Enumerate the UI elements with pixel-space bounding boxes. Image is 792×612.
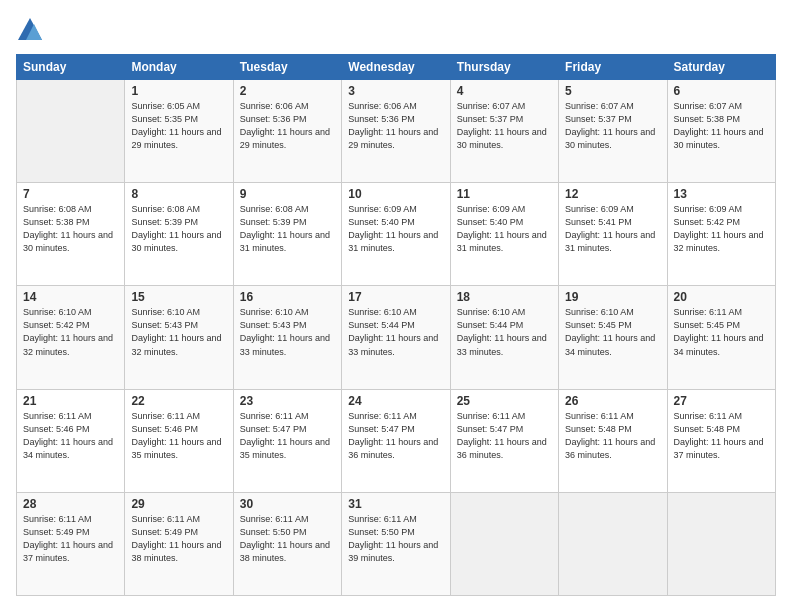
day-number: 21 xyxy=(23,394,118,408)
day-number: 5 xyxy=(565,84,660,98)
day-info: Sunrise: 6:10 AMSunset: 5:44 PMDaylight:… xyxy=(348,306,443,358)
calendar-cell xyxy=(667,492,775,595)
day-number: 16 xyxy=(240,290,335,304)
day-info: Sunrise: 6:10 AMSunset: 5:44 PMDaylight:… xyxy=(457,306,552,358)
day-info: Sunrise: 6:11 AMSunset: 5:49 PMDaylight:… xyxy=(131,513,226,565)
day-number: 28 xyxy=(23,497,118,511)
page: SundayMondayTuesdayWednesdayThursdayFrid… xyxy=(0,0,792,612)
day-number: 22 xyxy=(131,394,226,408)
day-number: 6 xyxy=(674,84,769,98)
day-info: Sunrise: 6:10 AMSunset: 5:42 PMDaylight:… xyxy=(23,306,118,358)
day-number: 9 xyxy=(240,187,335,201)
day-info: Sunrise: 6:11 AMSunset: 5:47 PMDaylight:… xyxy=(457,410,552,462)
calendar-cell: 30 Sunrise: 6:11 AMSunset: 5:50 PMDaylig… xyxy=(233,492,341,595)
day-number: 14 xyxy=(23,290,118,304)
day-info: Sunrise: 6:09 AMSunset: 5:41 PMDaylight:… xyxy=(565,203,660,255)
weekday-header-wednesday: Wednesday xyxy=(342,55,450,80)
day-info: Sunrise: 6:11 AMSunset: 5:46 PMDaylight:… xyxy=(131,410,226,462)
calendar-cell: 8 Sunrise: 6:08 AMSunset: 5:39 PMDayligh… xyxy=(125,183,233,286)
day-number: 24 xyxy=(348,394,443,408)
calendar-cell: 25 Sunrise: 6:11 AMSunset: 5:47 PMDaylig… xyxy=(450,389,558,492)
day-number: 2 xyxy=(240,84,335,98)
day-number: 27 xyxy=(674,394,769,408)
calendar-cell: 27 Sunrise: 6:11 AMSunset: 5:48 PMDaylig… xyxy=(667,389,775,492)
weekday-header-thursday: Thursday xyxy=(450,55,558,80)
calendar-cell: 9 Sunrise: 6:08 AMSunset: 5:39 PMDayligh… xyxy=(233,183,341,286)
day-info: Sunrise: 6:07 AMSunset: 5:37 PMDaylight:… xyxy=(457,100,552,152)
calendar-cell: 10 Sunrise: 6:09 AMSunset: 5:40 PMDaylig… xyxy=(342,183,450,286)
weekday-header-friday: Friday xyxy=(559,55,667,80)
day-number: 1 xyxy=(131,84,226,98)
day-info: Sunrise: 6:05 AMSunset: 5:35 PMDaylight:… xyxy=(131,100,226,152)
day-info: Sunrise: 6:10 AMSunset: 5:43 PMDaylight:… xyxy=(131,306,226,358)
day-number: 7 xyxy=(23,187,118,201)
day-number: 13 xyxy=(674,187,769,201)
calendar-cell: 7 Sunrise: 6:08 AMSunset: 5:38 PMDayligh… xyxy=(17,183,125,286)
day-number: 11 xyxy=(457,187,552,201)
day-info: Sunrise: 6:06 AMSunset: 5:36 PMDaylight:… xyxy=(240,100,335,152)
calendar-cell: 17 Sunrise: 6:10 AMSunset: 5:44 PMDaylig… xyxy=(342,286,450,389)
header xyxy=(16,16,776,44)
calendar-cell: 19 Sunrise: 6:10 AMSunset: 5:45 PMDaylig… xyxy=(559,286,667,389)
day-number: 17 xyxy=(348,290,443,304)
calendar-week-1: 1 Sunrise: 6:05 AMSunset: 5:35 PMDayligh… xyxy=(17,80,776,183)
calendar-cell: 4 Sunrise: 6:07 AMSunset: 5:37 PMDayligh… xyxy=(450,80,558,183)
day-number: 20 xyxy=(674,290,769,304)
logo xyxy=(16,16,48,44)
calendar-cell: 31 Sunrise: 6:11 AMSunset: 5:50 PMDaylig… xyxy=(342,492,450,595)
calendar-cell: 11 Sunrise: 6:09 AMSunset: 5:40 PMDaylig… xyxy=(450,183,558,286)
day-info: Sunrise: 6:07 AMSunset: 5:38 PMDaylight:… xyxy=(674,100,769,152)
calendar-cell: 12 Sunrise: 6:09 AMSunset: 5:41 PMDaylig… xyxy=(559,183,667,286)
day-number: 25 xyxy=(457,394,552,408)
weekday-header-sunday: Sunday xyxy=(17,55,125,80)
calendar-week-5: 28 Sunrise: 6:11 AMSunset: 5:49 PMDaylig… xyxy=(17,492,776,595)
calendar-cell: 2 Sunrise: 6:06 AMSunset: 5:36 PMDayligh… xyxy=(233,80,341,183)
calendar-cell: 13 Sunrise: 6:09 AMSunset: 5:42 PMDaylig… xyxy=(667,183,775,286)
day-info: Sunrise: 6:11 AMSunset: 5:49 PMDaylight:… xyxy=(23,513,118,565)
weekday-header-row: SundayMondayTuesdayWednesdayThursdayFrid… xyxy=(17,55,776,80)
calendar-cell: 26 Sunrise: 6:11 AMSunset: 5:48 PMDaylig… xyxy=(559,389,667,492)
calendar-cell: 1 Sunrise: 6:05 AMSunset: 5:35 PMDayligh… xyxy=(125,80,233,183)
day-number: 18 xyxy=(457,290,552,304)
calendar-week-3: 14 Sunrise: 6:10 AMSunset: 5:42 PMDaylig… xyxy=(17,286,776,389)
calendar-cell: 3 Sunrise: 6:06 AMSunset: 5:36 PMDayligh… xyxy=(342,80,450,183)
calendar-cell xyxy=(450,492,558,595)
day-info: Sunrise: 6:08 AMSunset: 5:39 PMDaylight:… xyxy=(131,203,226,255)
calendar-cell: 15 Sunrise: 6:10 AMSunset: 5:43 PMDaylig… xyxy=(125,286,233,389)
calendar-week-4: 21 Sunrise: 6:11 AMSunset: 5:46 PMDaylig… xyxy=(17,389,776,492)
day-info: Sunrise: 6:07 AMSunset: 5:37 PMDaylight:… xyxy=(565,100,660,152)
calendar-cell: 29 Sunrise: 6:11 AMSunset: 5:49 PMDaylig… xyxy=(125,492,233,595)
calendar-week-2: 7 Sunrise: 6:08 AMSunset: 5:38 PMDayligh… xyxy=(17,183,776,286)
day-number: 31 xyxy=(348,497,443,511)
calendar-cell xyxy=(17,80,125,183)
day-number: 26 xyxy=(565,394,660,408)
calendar-cell: 20 Sunrise: 6:11 AMSunset: 5:45 PMDaylig… xyxy=(667,286,775,389)
day-info: Sunrise: 6:11 AMSunset: 5:50 PMDaylight:… xyxy=(348,513,443,565)
day-info: Sunrise: 6:11 AMSunset: 5:47 PMDaylight:… xyxy=(348,410,443,462)
calendar-cell: 5 Sunrise: 6:07 AMSunset: 5:37 PMDayligh… xyxy=(559,80,667,183)
day-info: Sunrise: 6:11 AMSunset: 5:50 PMDaylight:… xyxy=(240,513,335,565)
weekday-header-monday: Monday xyxy=(125,55,233,80)
day-number: 23 xyxy=(240,394,335,408)
day-info: Sunrise: 6:11 AMSunset: 5:45 PMDaylight:… xyxy=(674,306,769,358)
calendar-cell xyxy=(559,492,667,595)
day-info: Sunrise: 6:09 AMSunset: 5:40 PMDaylight:… xyxy=(348,203,443,255)
day-info: Sunrise: 6:08 AMSunset: 5:38 PMDaylight:… xyxy=(23,203,118,255)
calendar-table: SundayMondayTuesdayWednesdayThursdayFrid… xyxy=(16,54,776,596)
calendar-cell: 23 Sunrise: 6:11 AMSunset: 5:47 PMDaylig… xyxy=(233,389,341,492)
weekday-header-saturday: Saturday xyxy=(667,55,775,80)
day-info: Sunrise: 6:11 AMSunset: 5:47 PMDaylight:… xyxy=(240,410,335,462)
day-info: Sunrise: 6:08 AMSunset: 5:39 PMDaylight:… xyxy=(240,203,335,255)
day-info: Sunrise: 6:06 AMSunset: 5:36 PMDaylight:… xyxy=(348,100,443,152)
day-info: Sunrise: 6:09 AMSunset: 5:40 PMDaylight:… xyxy=(457,203,552,255)
day-number: 30 xyxy=(240,497,335,511)
day-info: Sunrise: 6:11 AMSunset: 5:48 PMDaylight:… xyxy=(565,410,660,462)
calendar-cell: 18 Sunrise: 6:10 AMSunset: 5:44 PMDaylig… xyxy=(450,286,558,389)
day-number: 12 xyxy=(565,187,660,201)
calendar-cell: 28 Sunrise: 6:11 AMSunset: 5:49 PMDaylig… xyxy=(17,492,125,595)
day-info: Sunrise: 6:10 AMSunset: 5:43 PMDaylight:… xyxy=(240,306,335,358)
day-info: Sunrise: 6:09 AMSunset: 5:42 PMDaylight:… xyxy=(674,203,769,255)
day-number: 10 xyxy=(348,187,443,201)
day-number: 15 xyxy=(131,290,226,304)
calendar-cell: 16 Sunrise: 6:10 AMSunset: 5:43 PMDaylig… xyxy=(233,286,341,389)
